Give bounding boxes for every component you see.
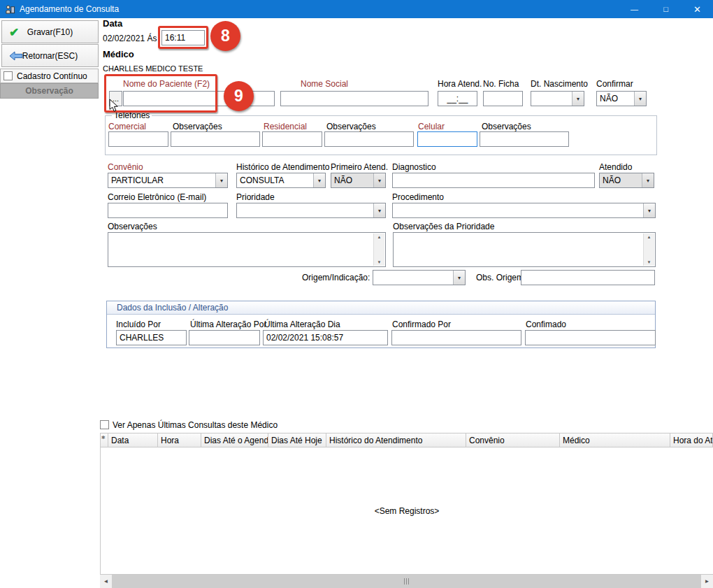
gravar-button[interactable]: ✔ Gravar(F10): [1, 20, 99, 43]
scroll-left-button[interactable]: ◄: [100, 575, 112, 588]
origem-combo[interactable]: ▾: [373, 270, 466, 285]
nome-social-input[interactable]: [280, 91, 428, 106]
dt-nascimento-label: Dt. Nascimento: [531, 79, 588, 89]
dados-inclusao-groupbox: Dados da Inclusão / Alteração Incluído P…: [106, 301, 656, 348]
minimize-icon: —: [631, 5, 638, 13]
convenio-combo[interactable]: PARTICULAR▾: [108, 173, 228, 188]
grid-marker-icon: ✱: [101, 433, 108, 447]
nome-social-label: Nome Social: [301, 79, 348, 89]
horizontal-scrollbar[interactable]: ◄ ►: [100, 575, 713, 588]
comercial-obs-input[interactable]: [171, 131, 260, 147]
cadastro-continuo-checkbox[interactable]: [3, 71, 13, 80]
empty-records-message: <Sem Registros>: [101, 506, 713, 516]
ultima-alteracao-por-label: Última Alteração Por: [190, 320, 266, 329]
obs-origem-input[interactable]: [521, 270, 655, 285]
nome-paciente-label: Nome do Paciente (F2): [123, 79, 210, 89]
ver-apenas-checkbox[interactable]: [100, 420, 109, 429]
textarea-scrollbar[interactable]: ▲ ▼: [643, 234, 654, 266]
thumb-grip: [408, 578, 409, 585]
convenio-label: Convênio: [108, 162, 143, 172]
retornar-button-label: Retornar(ESC): [22, 51, 78, 61]
residencial-obs-input[interactable]: [324, 131, 414, 147]
history-grid-header: ✱ Data Hora Dias Até o Agend. Dias Até H…: [100, 433, 713, 447]
thumb-grip: [404, 578, 405, 585]
historico-label: Histórico de Atendimento: [236, 162, 329, 172]
residencial-obs-label: Observações: [326, 122, 376, 131]
no-ficha-input[interactable]: [483, 91, 523, 106]
thumb-grip: [406, 578, 407, 585]
dt-nascimento-combo[interactable]: ▾: [531, 91, 584, 106]
scroll-right-button[interactable]: ►: [701, 575, 713, 588]
incluido-por-label: Incluído Por: [116, 320, 161, 329]
obs-prioridade-textarea[interactable]: ▲ ▼: [393, 232, 656, 267]
email-input[interactable]: [108, 203, 228, 218]
mouse-cursor: [109, 99, 119, 113]
confirmado-por-label: Confirmado Por: [392, 320, 451, 329]
atendido-combo[interactable]: NÃO▾: [599, 173, 654, 188]
observacoes-textarea[interactable]: ▲ ▼: [108, 232, 386, 267]
historico-combo[interactable]: CONSULTA▾: [236, 173, 326, 188]
textarea-scrollbar[interactable]: ▲ ▼: [373, 234, 384, 266]
appointment-date-text: 02/02/2021 Ás: [103, 34, 157, 43]
col-header-medico[interactable]: Médico: [560, 433, 670, 447]
chevron-down-icon: ▾: [642, 173, 654, 187]
comercial-input[interactable]: [108, 131, 168, 147]
minimize-button[interactable]: —: [619, 0, 650, 18]
incluido-por-input[interactable]: [116, 330, 187, 345]
procedimento-combo[interactable]: ▾: [392, 203, 656, 218]
window-controls: — □ ✕: [619, 0, 713, 18]
return-arrow-icon: [9, 51, 23, 61]
chevron-down-icon: ▾: [453, 271, 465, 285]
scroll-down-icon: ▼: [647, 260, 651, 264]
data-section-label: Data: [103, 19, 122, 29]
ultima-alteracao-por-input[interactable]: [189, 330, 260, 345]
observacao-tab-label: Observação: [25, 86, 73, 96]
confimado-input[interactable]: [525, 330, 656, 345]
prioridade-label: Prioridade: [236, 192, 275, 202]
prioridade-combo[interactable]: ▾: [236, 203, 386, 218]
primeiro-atend-label: Primeiro Atend.: [331, 162, 388, 172]
col-header-historico[interactable]: Histórico do Atendimento: [326, 433, 466, 447]
observacao-tab[interactable]: Observação: [0, 83, 99, 99]
gravar-button-label: Gravar(F10): [27, 27, 73, 37]
celular-input[interactable]: [417, 131, 477, 147]
diagnostico-input[interactable]: [392, 173, 595, 188]
col-header-dias-agend[interactable]: Dias Até o Agend.: [201, 433, 268, 447]
scroll-up-icon: ▲: [647, 235, 651, 239]
ultima-alteracao-dia-input[interactable]: [263, 330, 388, 345]
confirmado-por-input[interactable]: [391, 330, 521, 345]
dados-inclusao-header: Dados da Inclusão / Alteração: [107, 301, 655, 315]
cadastro-continuo-label: Cadastro Contínuo: [17, 71, 87, 81]
hora-atend-label: Hora Atend.: [438, 79, 482, 89]
scrollbar-thumb[interactable]: [112, 575, 701, 588]
confirmar-label: Confirmar: [596, 79, 633, 89]
appointment-time-input[interactable]: [161, 30, 205, 45]
confirmar-combo[interactable]: NÃO▾: [596, 91, 647, 106]
col-header-dias-hoje[interactable]: Dias Até Hoje: [268, 433, 326, 447]
chevron-down-icon: ▾: [373, 203, 385, 217]
scroll-right-icon: ►: [705, 578, 710, 585]
scroll-up-icon: ▲: [377, 235, 382, 239]
chevron-down-icon: ▾: [215, 173, 227, 187]
ultima-alteracao-dia-label: Última Alteração Dia: [264, 320, 340, 329]
col-header-convenio[interactable]: Convênio: [466, 433, 560, 447]
retornar-button[interactable]: Retornar(ESC): [1, 44, 99, 67]
close-button[interactable]: ✕: [682, 0, 713, 18]
col-header-hora-atendimento[interactable]: Hora do Atendimento: [670, 433, 713, 447]
email-label: Correio Eletrônico (E-mail): [108, 192, 206, 202]
scroll-left-icon: ◄: [103, 578, 109, 585]
comercial-obs-label: Observações: [173, 122, 222, 131]
celular-label: Celular: [418, 122, 445, 131]
hora-atend-input[interactable]: [438, 91, 477, 106]
origem-label: Origem/Indicação:: [302, 273, 370, 282]
primeiro-atend-combo[interactable]: NÃO▾: [331, 173, 386, 188]
annotation-step-8: 8: [210, 21, 240, 51]
col-header-data[interactable]: Data: [108, 433, 158, 447]
chevron-down-icon: ▾: [313, 173, 325, 187]
maximize-button[interactable]: □: [650, 0, 682, 18]
diagnostico-label: Diagnostico: [392, 162, 436, 172]
residencial-label: Residencial: [264, 122, 307, 131]
residencial-input[interactable]: [262, 131, 322, 147]
col-header-hora[interactable]: Hora: [158, 433, 201, 447]
celular-obs-input[interactable]: [480, 131, 569, 147]
